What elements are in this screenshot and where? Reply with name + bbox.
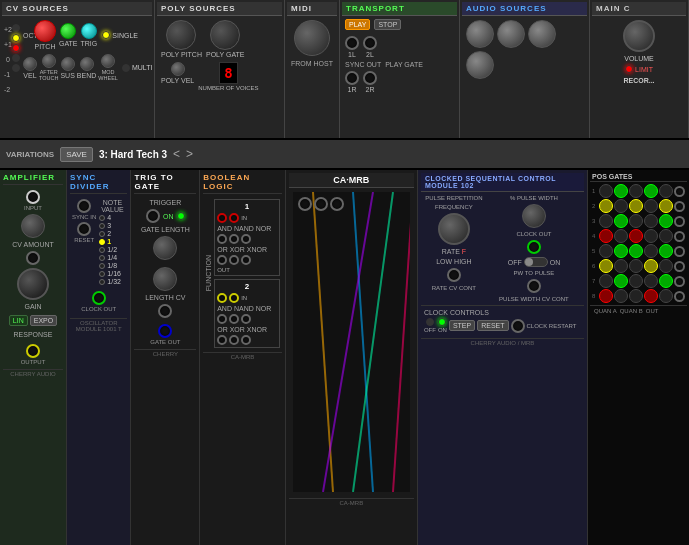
expo-button[interactable]: EXPO: [30, 315, 57, 326]
clock-restart-jack[interactable]: [511, 319, 525, 333]
gate-7-2[interactable]: [614, 274, 628, 288]
gate-3-3[interactable]: [629, 214, 643, 228]
gate-5-3[interactable]: [629, 244, 643, 258]
gate-7-1[interactable]: [599, 274, 613, 288]
step-button[interactable]: STEP: [449, 320, 475, 331]
gate-4-3[interactable]: [629, 229, 643, 243]
gate-1-1[interactable]: [599, 184, 613, 198]
rate-cv-jack[interactable]: [447, 268, 461, 282]
clock-out-jack[interactable]: [527, 240, 541, 254]
bool-in-jack-4[interactable]: [229, 293, 239, 303]
bool-out-xor[interactable]: [229, 255, 239, 265]
gate-out-jack[interactable]: [158, 324, 172, 338]
gate-1-2[interactable]: [614, 184, 628, 198]
gate-length-knob[interactable]: [153, 236, 177, 260]
gate-6-3[interactable]: [629, 259, 643, 273]
gate-5-5[interactable]: [659, 244, 673, 258]
gate-2-3[interactable]: [629, 199, 643, 213]
camrb-jack-2[interactable]: [314, 197, 328, 211]
radio-1-16[interactable]: 1/16: [99, 270, 125, 277]
radio-1-2[interactable]: 1/2: [99, 246, 125, 253]
bool-out-xnor[interactable]: [241, 255, 251, 265]
gate-8-1[interactable]: [599, 289, 613, 303]
length-cv-jack[interactable]: [158, 304, 172, 318]
radio-1[interactable]: 1: [99, 238, 125, 245]
poly-pitch-knob[interactable]: [166, 20, 196, 50]
gate-1-3[interactable]: [629, 184, 643, 198]
next-arrow[interactable]: >: [186, 147, 193, 161]
bool-out-or[interactable]: [217, 255, 227, 265]
gate-row-6-out[interactable]: [674, 261, 685, 272]
gate-3-1[interactable]: [599, 214, 613, 228]
gate-1-4[interactable]: [644, 184, 658, 198]
pitch-knob[interactable]: [34, 20, 56, 42]
gate-row-4-out[interactable]: [674, 231, 685, 242]
bool-out-and-2[interactable]: [217, 314, 227, 324]
gate-4-2[interactable]: [614, 229, 628, 243]
gate-4-5[interactable]: [659, 229, 673, 243]
bend-knob[interactable]: [80, 57, 94, 71]
gate-knob[interactable]: [60, 23, 76, 39]
bool-out-xor-2[interactable]: [229, 335, 239, 345]
mod-knob[interactable]: [101, 54, 115, 68]
radio-2[interactable]: 2: [99, 230, 125, 237]
audio-knob-1-ctrl[interactable]: [466, 20, 494, 48]
audio-knob-4-ctrl[interactable]: [466, 51, 494, 79]
play-button[interactable]: PLAY: [345, 19, 370, 30]
camrb-jack-1[interactable]: [298, 197, 312, 211]
bool-in-jack-3[interactable]: [217, 293, 227, 303]
gate-6-1[interactable]: [599, 259, 613, 273]
bool-in-jack-2[interactable]: [229, 213, 239, 223]
radio-1-4[interactable]: 1/4: [99, 254, 125, 261]
poly-vel-knob[interactable]: [171, 62, 185, 76]
pw-cv-jack[interactable]: [527, 279, 541, 293]
port-1l[interactable]: [345, 36, 359, 50]
port-1r[interactable]: [345, 71, 359, 85]
gate-row-2-out[interactable]: [674, 201, 685, 212]
bool-out-nand-2[interactable]: [229, 314, 239, 324]
off-on-toggle[interactable]: [524, 257, 548, 267]
gate-3-2[interactable]: [614, 214, 628, 228]
gate-8-5[interactable]: [659, 289, 673, 303]
poly-gate-knob[interactable]: [210, 20, 240, 50]
bool-in-jack-1[interactable]: [217, 213, 227, 223]
reset-jack[interactable]: [77, 222, 91, 236]
prev-arrow[interactable]: <: [173, 147, 180, 161]
gate-3-4[interactable]: [644, 214, 658, 228]
port-2l[interactable]: [363, 36, 377, 50]
gate-5-4[interactable]: [644, 244, 658, 258]
amp-input-jack[interactable]: [26, 190, 40, 204]
length-cv-knob[interactable]: [153, 267, 177, 291]
gate-row-7-out[interactable]: [674, 276, 685, 287]
camrb-jack-3[interactable]: [330, 197, 344, 211]
radio-4[interactable]: 4: [99, 214, 125, 221]
gate-6-5[interactable]: [659, 259, 673, 273]
audio-knob-2-ctrl[interactable]: [497, 20, 525, 48]
amp-gain-knob[interactable]: [17, 268, 49, 300]
gate-row-8-out[interactable]: [674, 291, 685, 302]
amp-output-jack[interactable]: [26, 344, 40, 358]
sus-knob[interactable]: [61, 57, 75, 71]
gate-1-5[interactable]: [659, 184, 673, 198]
gate-5-2[interactable]: [614, 244, 628, 258]
stop-button[interactable]: STOP: [374, 19, 401, 30]
after-knob[interactable]: [42, 54, 56, 68]
radio-1-8[interactable]: 1/8: [99, 262, 125, 269]
bool-out-or-2[interactable]: [217, 335, 227, 345]
lin-button[interactable]: LIN: [9, 315, 28, 326]
gate-8-3[interactable]: [629, 289, 643, 303]
bool-out-xnor-2[interactable]: [241, 335, 251, 345]
gate-6-4[interactable]: [644, 259, 658, 273]
gate-4-4[interactable]: [644, 229, 658, 243]
gate-7-4[interactable]: [644, 274, 658, 288]
gate-row-1-out[interactable]: [674, 186, 685, 197]
bool-out-nor[interactable]: [241, 234, 251, 244]
audio-knob-3-ctrl[interactable]: [528, 20, 556, 48]
amp-cv-jack[interactable]: [26, 251, 40, 265]
gate-8-2[interactable]: [614, 289, 628, 303]
gate-8-4[interactable]: [644, 289, 658, 303]
radio-3[interactable]: 3: [99, 222, 125, 229]
gate-5-1[interactable]: [599, 244, 613, 258]
gate-3-5[interactable]: [659, 214, 673, 228]
gate-row-3-out[interactable]: [674, 216, 685, 227]
